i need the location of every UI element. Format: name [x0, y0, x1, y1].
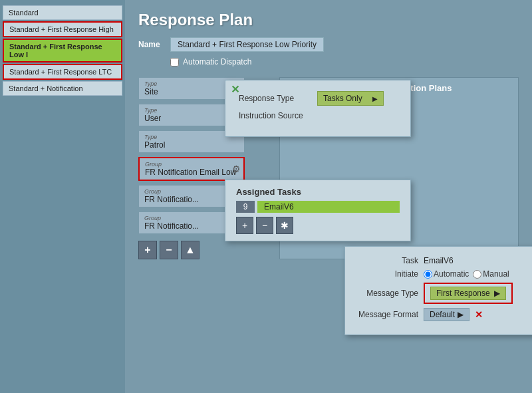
- response-type-dropdown[interactable]: Tasks Only ▶: [317, 91, 384, 106]
- sidebar-item-fr-ltc[interactable]: Standard + First Response LTC: [3, 64, 122, 80]
- sidebar: Standard Standard + First Response High …: [0, 0, 125, 393]
- task-name[interactable]: EmailV6: [257, 201, 400, 213]
- instruction-source-label: Instruction Source: [239, 111, 312, 120]
- instruction-source-row: Instruction Source: [239, 111, 397, 120]
- msg-type-arrow: ▶: [494, 289, 500, 298]
- name-label: Name: [138, 40, 165, 49]
- task-row: 9 EmailV6: [236, 201, 400, 213]
- task-detail-value: EmailV6: [424, 256, 454, 265]
- message-type-label: Message Type: [358, 289, 418, 298]
- name-value: Standard + First Response Low Priority: [170, 37, 324, 52]
- group-icon: ⚙: [232, 164, 241, 174]
- message-format-label: Message Format: [358, 310, 418, 319]
- automatic-dispatch-row: Automatic Dispatch: [170, 57, 519, 66]
- initiate-row: Initiate Automatic Manual: [358, 269, 532, 279]
- main-content: Response Plan Name Standard + First Resp…: [125, 0, 532, 393]
- remove-btn[interactable]: −: [160, 241, 178, 259]
- task-name-row: Task EmailV6: [358, 256, 532, 265]
- up-btn[interactable]: ▲: [181, 241, 200, 259]
- message-format-clear-btn[interactable]: ✕: [475, 309, 483, 320]
- left-btn-row: + − ▲: [138, 241, 271, 259]
- message-type-box: First Response ▶: [424, 283, 513, 304]
- message-type-row: Message Type First Response ▶: [358, 283, 532, 304]
- tasks-btn-row: + − ✱: [236, 217, 400, 234]
- response-type-row: Response Type Tasks Only ▶: [239, 91, 397, 106]
- automatic-dispatch-checkbox[interactable]: [170, 58, 179, 66]
- response-type-label: Response Type: [239, 94, 312, 103]
- initiate-label: Initiate: [358, 269, 418, 279]
- sidebar-item-standard[interactable]: Standard: [3, 5, 122, 20]
- response-type-popup: ✕ Response Type Tasks Only ▶ Instruction…: [225, 80, 411, 137]
- message-format-dropdown[interactable]: Default ▶: [424, 308, 469, 321]
- tasks-settings-btn[interactable]: ✱: [276, 217, 293, 234]
- initiate-manual-option[interactable]: Manual: [473, 269, 509, 279]
- initiate-radio-group: Automatic Manual: [424, 269, 509, 279]
- task-detail-label: Task: [358, 256, 418, 265]
- page-title: Response Plan: [138, 11, 519, 29]
- sidebar-item-fr-low[interactable]: Standard + First Response Low I: [3, 39, 122, 63]
- assigned-tasks-panel: Assigned Tasks 9 EmailV6 + − ✱: [225, 180, 411, 241]
- tasks-add-btn[interactable]: +: [236, 217, 253, 234]
- name-row: Name Standard + First Response Low Prior…: [138, 37, 519, 52]
- msg-format-arrow: ▶: [458, 310, 464, 319]
- message-format-row: Message Format Default ▶ ✕: [358, 308, 532, 321]
- sidebar-item-standard-notification[interactable]: Standard + Notification: [3, 81, 122, 96]
- initiate-auto-option[interactable]: Automatic: [424, 269, 469, 279]
- task-detail-popup: Task EmailV6 Initiate Automatic Manual M…: [344, 246, 532, 335]
- sidebar-item-fr-high[interactable]: Standard + First Response High: [3, 21, 122, 37]
- message-type-dropdown[interactable]: First Response ▶: [430, 287, 506, 300]
- popup-close-btn[interactable]: ✕: [231, 83, 239, 96]
- task-num: 9: [236, 201, 255, 213]
- dropdown-arrow: ▶: [372, 95, 378, 102]
- automatic-dispatch-label: Automatic Dispatch: [183, 57, 251, 66]
- add-btn[interactable]: +: [138, 241, 157, 259]
- group-box-0[interactable]: Group FR Notification Email Low ⚙: [138, 157, 245, 181]
- assigned-tasks-title: Assigned Tasks: [236, 187, 400, 197]
- tasks-remove-btn[interactable]: −: [256, 217, 273, 234]
